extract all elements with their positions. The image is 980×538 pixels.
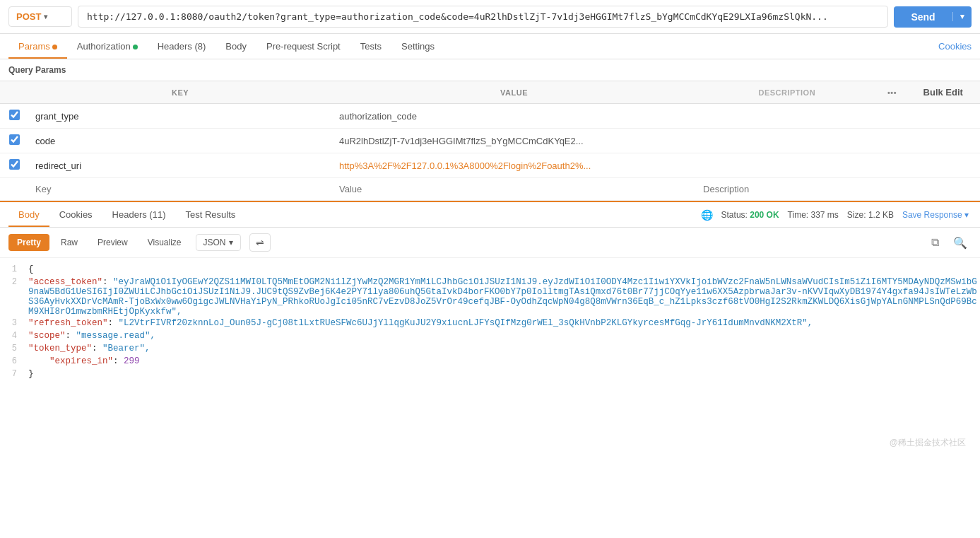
param-value-2: http%3A%2F%2F127.0.0.1%3A8000%2Flogin%2F… xyxy=(332,153,696,178)
line-number: 1 xyxy=(0,264,28,274)
param-checkbox-2[interactable] xyxy=(9,159,20,170)
param-desc-1 xyxy=(696,129,878,153)
param-row: grant_type authorization_code xyxy=(0,104,980,129)
param-desc-2 xyxy=(696,153,878,178)
format-bar: Pretty Raw Preview Visualize JSON ▾ ⇌ ⧉ … xyxy=(0,228,980,258)
line-content: { xyxy=(28,264,980,274)
cookies-link[interactable]: Cookies xyxy=(938,34,972,59)
param-extra-1 xyxy=(906,129,980,153)
tab-body[interactable]: Body xyxy=(216,34,256,59)
param-value-1: 4uR2lhDstlZjT-7v1dj3eHGGIMt7flzS_bYgMCCm… xyxy=(332,129,696,153)
col-header-key: KEY xyxy=(28,81,332,104)
resp-tab-cookies[interactable]: Cookies xyxy=(49,202,102,227)
line-number: 2 xyxy=(0,277,28,287)
empty-param-row xyxy=(0,178,980,201)
col-header-bulk: Bulk Edit xyxy=(906,81,980,104)
param-row: code 4uR2lhDstlZjT-7v1dj3eHGGIMt7flzS_bY… xyxy=(0,129,980,153)
more-options-icon[interactable]: ••• xyxy=(887,88,897,97)
fmt-raw-button[interactable]: Raw xyxy=(52,234,86,251)
line-content: "refresh_token": "L2VtrFIVRf20zknnLoJ_Ou… xyxy=(28,318,980,328)
format-type-select[interactable]: JSON ▾ xyxy=(196,234,241,251)
param-desc-0 xyxy=(696,104,878,129)
json-chevron: ▾ xyxy=(229,238,233,247)
line-number: 5 xyxy=(0,344,28,353)
search-icon[interactable]: 🔍 xyxy=(949,235,972,251)
save-response-button[interactable]: Save Response ▾ xyxy=(902,210,969,220)
method-chevron: ▾ xyxy=(44,13,47,21)
line-content: "token_type": "Bearer", xyxy=(28,344,980,353)
query-params-header: Query Params xyxy=(0,59,980,81)
tab-prerequest[interactable]: Pre-request Script xyxy=(256,34,350,59)
param-key-1: code xyxy=(28,129,332,153)
line-content: "scope": "message.read", xyxy=(28,331,980,341)
size-label: Size: 1.2 KB xyxy=(847,210,894,220)
line-content: "expires_in": 299 xyxy=(28,356,980,366)
param-checkbox-0[interactable] xyxy=(9,110,20,120)
tab-headers[interactable]: Headers (8) xyxy=(148,34,216,59)
watermark: @稀土掘金技术社区 xyxy=(890,437,966,449)
json-line: 5"token_type": "Bearer", xyxy=(0,343,980,356)
param-extra-0 xyxy=(906,104,980,129)
time-label: Time: 337 ms xyxy=(788,210,839,220)
fmt-visualize-button[interactable]: Visualize xyxy=(139,234,190,251)
param-checkbox-cell-0[interactable] xyxy=(0,104,28,129)
tab-authorization[interactable]: Authorization xyxy=(67,34,148,59)
col-header-desc: DESCRIPTION xyxy=(696,81,878,104)
param-options-2 xyxy=(878,153,906,178)
params-dot xyxy=(52,45,57,49)
param-checkbox-cell-2[interactable] xyxy=(0,153,28,178)
line-number: 6 xyxy=(0,356,28,366)
copy-icon[interactable]: ⧉ xyxy=(927,235,943,251)
tab-settings[interactable]: Settings xyxy=(391,34,444,59)
param-value-0: authorization_code xyxy=(332,104,696,129)
status-value: 200 OK xyxy=(750,210,779,220)
request-tab-bar: Params Authorization Headers (8) Body Pr… xyxy=(0,34,980,59)
tab-tests[interactable]: Tests xyxy=(350,34,391,59)
line-number: 3 xyxy=(0,318,28,328)
wrap-button[interactable]: ⇌ xyxy=(249,233,271,252)
new-key-input[interactable] xyxy=(35,184,325,194)
param-checkbox-cell-1[interactable] xyxy=(0,129,28,153)
json-line: 3"refresh_token": "L2VtrFIVRf20zknnLoJ_O… xyxy=(0,317,980,330)
param-extra-2 xyxy=(906,153,980,178)
line-content: } xyxy=(28,369,980,379)
auth-dot xyxy=(133,45,138,49)
param-key-2: redirect_uri xyxy=(28,153,332,178)
bulk-edit-button[interactable]: Bulk Edit xyxy=(923,87,963,98)
col-header-value: VALUE xyxy=(332,81,696,104)
line-number: 4 xyxy=(0,331,28,341)
json-line: 1{ xyxy=(0,264,980,276)
resp-tab-test-results[interactable]: Test Results xyxy=(175,202,245,227)
response-action-icons: ⧉ 🔍 xyxy=(927,235,972,251)
send-label: Send xyxy=(894,11,952,23)
tab-params[interactable]: Params xyxy=(8,34,67,59)
fmt-pretty-button[interactable]: Pretty xyxy=(8,234,49,251)
params-table: KEY VALUE DESCRIPTION ••• Bulk Edit gran… xyxy=(0,81,980,201)
method-select[interactable]: POST ▾ xyxy=(8,6,72,27)
url-input[interactable] xyxy=(78,6,888,28)
resp-tab-body[interactable]: Body xyxy=(8,202,49,227)
json-line: 6 "expires_in": 299 xyxy=(0,356,980,368)
col-header-more: ••• xyxy=(878,81,906,104)
new-desc-input[interactable] xyxy=(703,184,870,194)
fmt-preview-button[interactable]: Preview xyxy=(89,234,136,251)
param-options-0 xyxy=(878,104,906,129)
top-bar: POST ▾ Send ▾ xyxy=(0,0,980,34)
line-content: "access_token": "eyJraWQiOiIyOGEwY2QZS1i… xyxy=(28,277,980,317)
send-button[interactable]: Send ▾ xyxy=(894,6,972,28)
new-value-input[interactable] xyxy=(339,184,689,194)
json-line: 2"access_token": "eyJraWQiOiIyOGEwY2QZS1… xyxy=(0,276,980,317)
response-status-bar: 🌐 Status: 200 OK Time: 337 ms Size: 1.2 … xyxy=(698,209,972,221)
method-label: POST xyxy=(16,11,41,22)
resp-tab-headers[interactable]: Headers (11) xyxy=(102,202,176,227)
line-number: 7 xyxy=(0,369,28,379)
param-options-1 xyxy=(878,129,906,153)
param-row: redirect_uri http%3A%2F%2F127.0.0.1%3A80… xyxy=(0,153,980,178)
json-line: 4"scope": "message.read", xyxy=(0,330,980,343)
param-key-0: grant_type xyxy=(28,104,332,129)
json-response-body: 1{2"access_token": "eyJraWQiOiIyOGEwY2QZ… xyxy=(0,258,980,456)
param-checkbox-1[interactable] xyxy=(9,134,20,145)
globe-icon: 🌐 xyxy=(701,209,713,221)
col-header-checkbox xyxy=(0,81,28,104)
response-tab-bar: Body Cookies Headers (11) Test Results 🌐… xyxy=(0,201,980,228)
